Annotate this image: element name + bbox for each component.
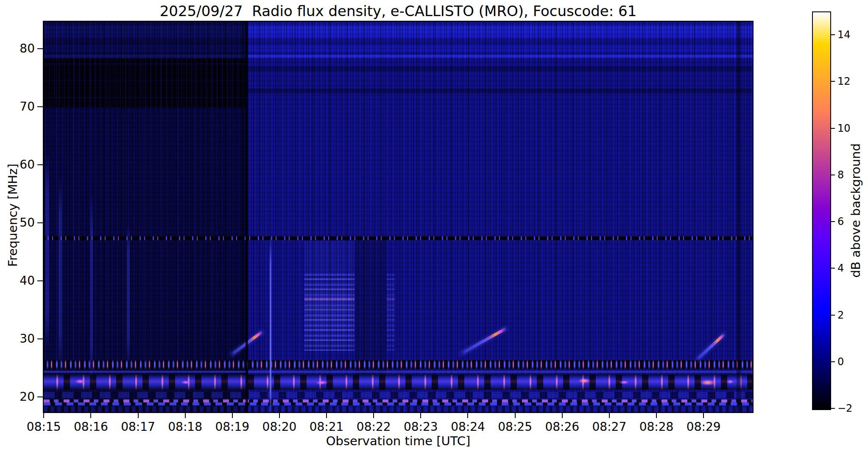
y-tick-mark: [37, 48, 43, 49]
x-tick-label: 08:22: [357, 420, 391, 434]
rfi-dotted-line-47mhz: [44, 236, 753, 240]
colorbar-tick-mark: [831, 34, 835, 35]
y-tick-label: 70: [0, 101, 35, 113]
rfi-band-17mhz: [44, 406, 753, 412]
x-tick-mark: [703, 413, 704, 418]
x-tick-label: 08:15: [27, 420, 61, 434]
x-tick-mark: [515, 413, 516, 418]
colorbar-tick-mark: [831, 361, 835, 362]
x-tick-mark: [232, 413, 233, 418]
x-tick-mark: [185, 413, 186, 418]
x-tick-label: 08:17: [121, 420, 155, 434]
colorbar-tick-label: 8: [837, 170, 844, 180]
colorbar-tick-mark: [831, 221, 835, 222]
y-tick-mark: [37, 222, 43, 223]
y-tick-label: 40: [0, 275, 35, 287]
x-axis-label: Observation time [UTC]: [43, 434, 754, 448]
x-tick-mark: [373, 413, 374, 418]
drift-burst-3: [695, 333, 726, 362]
x-tick-label: 08:20: [262, 420, 297, 434]
x-tick-mark: [420, 413, 421, 418]
x-tick-label: 08:25: [498, 420, 532, 434]
y-tick-mark: [37, 397, 43, 397]
colorbar-tick-label: 6: [837, 216, 844, 227]
x-tick-mark: [562, 413, 563, 418]
colorbar-tick-label: 12: [837, 76, 851, 86]
spectrogram-features-over: [44, 22, 753, 412]
x-tick-mark: [326, 413, 327, 418]
x-tick-label: 08:29: [687, 420, 721, 434]
colorbar-tick-label: 10: [837, 123, 851, 133]
y-tick-label: 30: [0, 333, 35, 345]
y-tick-mark: [37, 280, 43, 281]
x-tick-label: 08:27: [592, 420, 627, 434]
hot-spot-5: [619, 380, 629, 384]
colorbar-tick-label: 4: [837, 263, 844, 273]
rfi-band-25mhz: [44, 360, 753, 369]
colorbar-tick-mark: [831, 268, 835, 269]
x-tick-label: 08:16: [74, 420, 108, 434]
colorbar-label: dB above background: [848, 143, 863, 277]
x-tick-label: 08:26: [545, 420, 579, 434]
colorbar-tick-mark: [831, 315, 835, 316]
faint-streak-4: [127, 223, 130, 367]
y-tick-mark: [37, 106, 43, 107]
x-tick-label: 08:28: [639, 420, 674, 434]
colorbar-tick-mark: [831, 128, 835, 129]
colorbar-tick-label: 0: [837, 357, 844, 367]
rfi-dashes-18mhz: [44, 402, 753, 405]
spectrogram-plot-area: [43, 21, 754, 413]
x-tick-mark: [279, 413, 280, 418]
hot-spot-2: [181, 380, 190, 384]
x-tick-mark: [138, 413, 139, 418]
rfi-dashes-19mhz: [44, 399, 753, 402]
hot-spot-7: [726, 380, 734, 384]
x-tick-label: 08:24: [451, 420, 485, 434]
y-tick-mark: [37, 164, 43, 165]
colorbar-tick-label: −2: [837, 403, 852, 413]
x-tick-mark: [656, 413, 657, 418]
colorbar-tick-mark: [831, 175, 835, 175]
x-tick-mark: [90, 413, 91, 418]
chart-title: 2025/09/27 Radio flux density, e-CALLIST…: [43, 3, 754, 19]
faint-streak-2: [59, 177, 62, 373]
x-tick-label: 08:21: [310, 420, 344, 434]
y-axis-label: Frequency [MHz]: [6, 164, 20, 267]
faint-streak-1: [45, 153, 49, 350]
colorbar-tick-label: 14: [837, 30, 851, 40]
colorbar-tick-label: 2: [837, 310, 844, 320]
colorbar-tick-mark: [831, 81, 835, 82]
x-tick-mark: [43, 413, 44, 418]
drift-burst-2: [460, 327, 508, 356]
x-tick-mark: [467, 413, 468, 418]
x-tick-label: 08:23: [404, 420, 438, 434]
rfi-line-24mhz: [44, 371, 753, 373]
colorbar: [812, 11, 831, 410]
x-tick-mark: [609, 413, 610, 418]
faint-streak-3: [90, 194, 93, 384]
y-tick-label: 20: [0, 391, 35, 403]
dark-column-right: [737, 22, 741, 412]
y-tick-label: 80: [0, 43, 35, 55]
colorbar-tick-mark: [831, 408, 835, 409]
x-tick-label: 08:18: [168, 420, 202, 434]
y-tick-mark: [37, 338, 43, 339]
rfi-band-20mhz: [44, 392, 753, 398]
rfi-band-22mhz: [44, 374, 753, 389]
x-tick-label: 08:19: [215, 420, 249, 434]
bright-vertical-line: [270, 238, 271, 412]
data-gap-line: [246, 22, 248, 412]
